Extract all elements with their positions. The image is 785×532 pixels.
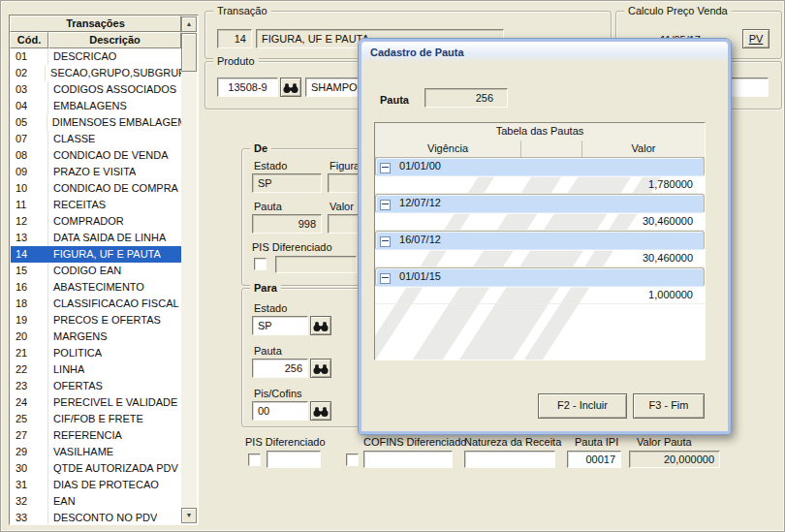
rodape-pauta-ipi-field[interactable]: 00017 [567, 451, 621, 468]
para-pauta-field[interactable]: 256 [252, 359, 308, 378]
transaction-row[interactable]: 12 COMPRADOR [11, 213, 181, 230]
vigencia-value: 01/01/15 [399, 270, 441, 282]
incluir-button[interactable]: F2 - Incluir [538, 393, 627, 419]
dialog-titlebar[interactable]: Cadastro de Pauta [361, 42, 728, 63]
de-pis-checkbox[interactable] [254, 258, 267, 270]
de-estado-field[interactable]: SP [252, 173, 322, 193]
col-code-header[interactable]: Cód. [10, 32, 48, 48]
produto-search-button[interactable] [280, 78, 301, 97]
transaction-row[interactable]: 20 MARGENS [11, 329, 181, 345]
transaction-label: PERECIVEL E VALIDADE [48, 394, 177, 411]
para-pauta-search-button[interactable] [310, 359, 331, 378]
valor-value: 1,000000 [648, 289, 693, 300]
para-estado-search-button[interactable] [310, 316, 331, 335]
produto-code-field[interactable]: 13508-9 [217, 78, 278, 97]
rodape-cofins-field[interactable] [363, 451, 453, 468]
transaction-row[interactable]: 25 CIF/FOB E FRETE [11, 411, 181, 427]
table-column-headers: Vigência Valor [375, 141, 705, 158]
transaction-row[interactable]: 08 CONDICAO DE VENDA [11, 147, 181, 164]
vigencia-row[interactable]: 01/01/15 [375, 267, 705, 287]
transaction-row[interactable]: 31 DIAS DE PROTECAO [11, 477, 181, 493]
transaction-row[interactable]: 21 POLITICA [11, 345, 181, 361]
de-pauta-field[interactable]: 998 [252, 214, 322, 234]
scroll-up-icon[interactable]: ▲ [181, 16, 197, 32]
collapse-minus-icon[interactable] [380, 236, 391, 247]
transaction-row[interactable]: 02 SECAO,GRUPO,SUBGRUPO [11, 65, 181, 81]
transaction-row[interactable]: 16 ABASTECIMENTO [11, 279, 181, 296]
transaction-row[interactable]: 29 VASILHAME [11, 444, 181, 460]
transaction-label: CONDICAO DE COMPRA [48, 180, 178, 197]
scroll-thumb[interactable] [181, 33, 197, 72]
valor-row[interactable]: 1,780000 [375, 176, 705, 194]
transaction-label: QTDE AUTORIZADA PDV [48, 460, 178, 477]
transaction-label: DESCONTO NO PDV [48, 510, 157, 523]
transaction-code: 10 [11, 180, 48, 197]
rodape-valor-pauta-field[interactable]: 20,000000 [629, 451, 720, 468]
transaction-row[interactable]: 24 PERECIVEL E VALIDADE [11, 394, 181, 411]
vigencia-row[interactable]: 01/01/00 [375, 157, 705, 176]
valor-row[interactable]: 30,460000 [375, 250, 705, 267]
col-desc-header[interactable]: Descrição [48, 32, 181, 48]
col-vigencia-header[interactable]: Vigência [375, 141, 521, 157]
table-body: 01/01/00 1,780000 12/07/12 30,460000 [375, 157, 705, 360]
transaction-row[interactable]: 33 DESCONTO NO PDV [11, 510, 181, 523]
transaction-row[interactable]: 05 DIMENSOES EMBALAGEM [11, 114, 181, 131]
transaction-label: POLITICA [48, 345, 102, 361]
transaction-row[interactable]: 19 PRECOS E OFERTAS [11, 312, 181, 329]
transaction-row[interactable]: 03 CODIGOS ASSOCIADOS [11, 81, 181, 98]
vigencia-row[interactable]: 12/07/12 [375, 194, 705, 213]
para-piscofins-field[interactable]: 00 [252, 401, 308, 421]
transaction-row[interactable]: 30 QTDE AUTORIZADA PDV [11, 460, 181, 477]
transaction-row[interactable]: 18 CLASSIFICACAO FISCAL [11, 296, 181, 312]
valor-row[interactable]: 1,000000 [375, 287, 705, 304]
rodape-cofins-checkbox[interactable] [346, 454, 359, 466]
transaction-row[interactable]: 04 EMBALAGENS [11, 98, 181, 114]
para-estado-label: Estado [254, 302, 287, 315]
cadastro-pauta-dialog: Cadastro de Pauta Pauta 256 Tabela das P… [358, 38, 732, 435]
transaction-row[interactable]: 23 OFERTAS [11, 378, 181, 394]
transaction-row[interactable]: 09 PRAZO E VISITA [11, 164, 181, 180]
valor-row[interactable]: 30,460000 [375, 213, 705, 231]
transaction-code: 22 [11, 361, 48, 378]
transaction-code: 31 [11, 477, 48, 493]
transacao-code-field[interactable]: 14 [217, 29, 252, 48]
collapse-minus-icon[interactable] [380, 200, 391, 210]
rodape-natureza-field[interactable] [464, 451, 555, 468]
transacao-caption: Transação [213, 5, 271, 17]
transaction-row[interactable]: 07 CLASSE [11, 131, 181, 147]
dialog-pauta-field[interactable]: 256 [424, 88, 508, 108]
transaction-code: 11 [11, 197, 48, 213]
transaction-row[interactable]: 11 RECEITAS [11, 197, 181, 213]
transaction-code: 12 [11, 213, 48, 230]
transaction-label: OFERTAS [48, 378, 103, 394]
col-middle-header[interactable] [521, 141, 582, 157]
transaction-row[interactable]: 14 FIGURA, UF E PAUTA [11, 246, 181, 263]
transaction-row[interactable]: 27 REFERENCIA [11, 427, 181, 444]
rodape-pis-checkbox[interactable] [248, 454, 261, 466]
transaction-label: MARGENS [48, 329, 108, 345]
para-estado-field[interactable]: SP [252, 316, 308, 335]
transaction-row[interactable]: 15 CODIGO EAN [11, 263, 181, 279]
transaction-label: CODIGO EAN [48, 263, 121, 279]
transaction-row[interactable]: 32 EAN [11, 493, 181, 510]
col-valor-header[interactable]: Valor [582, 141, 705, 157]
transaction-row[interactable]: 22 LINHA [11, 361, 181, 378]
transaction-code: 30 [11, 460, 48, 477]
fim-button[interactable]: F3 - Fim [633, 393, 705, 419]
de-valor-label: Valor [330, 201, 354, 213]
transaction-row[interactable]: 13 DATA SAIDA DE LINHA [11, 230, 181, 246]
table-title: Tabela das Pautas [375, 123, 705, 141]
collapse-minus-icon[interactable] [380, 163, 391, 173]
de-pis-field[interactable] [275, 256, 357, 273]
vigencia-row[interactable]: 16/07/12 [375, 231, 705, 250]
valor-value: 30,460000 [643, 252, 693, 264]
collapse-minus-icon[interactable] [380, 273, 391, 284]
pv-button[interactable]: PV [742, 29, 769, 48]
transaction-row[interactable]: 10 CONDICAO DE COMPRA [11, 180, 181, 197]
valor-value: 1,780000 [648, 178, 693, 190]
rodape-pis-field[interactable] [267, 451, 321, 468]
transaction-row[interactable]: 01 DESCRICAO [11, 48, 181, 65]
para-piscofins-search-button[interactable] [310, 401, 331, 421]
scroll-down-icon[interactable]: ▼ [181, 508, 197, 523]
list-scrollbar[interactable]: ▲ ▼ [181, 16, 197, 523]
